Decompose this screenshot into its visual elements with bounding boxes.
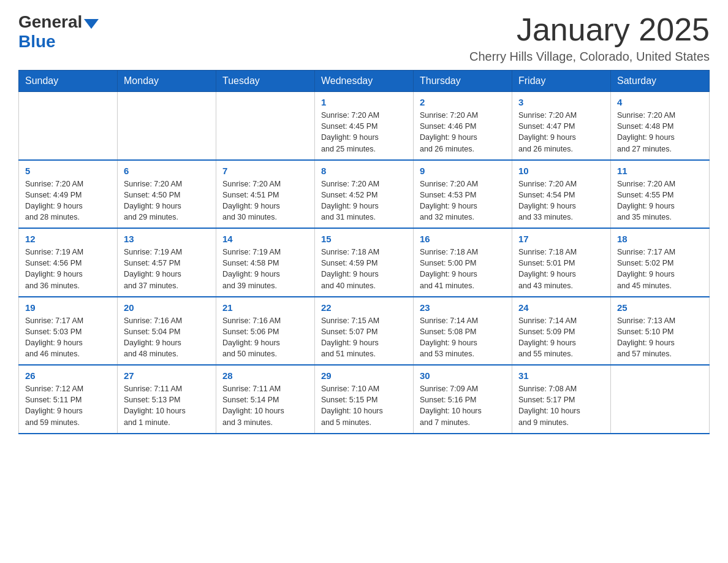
calendar-cell: 9Sunrise: 7:20 AM Sunset: 4:53 PM Daylig… bbox=[414, 160, 512, 229]
calendar-table: SundayMondayTuesdayWednesdayThursdayFrid… bbox=[18, 70, 710, 434]
day-number: 25 bbox=[617, 302, 703, 313]
weekday-header-sunday: Sunday bbox=[19, 71, 118, 92]
day-number: 16 bbox=[420, 234, 506, 244]
calendar-cell: 22Sunrise: 7:15 AM Sunset: 5:07 PM Dayli… bbox=[315, 297, 414, 366]
calendar-cell: 12Sunrise: 7:19 AM Sunset: 4:56 PM Dayli… bbox=[19, 228, 118, 297]
day-info: Sunrise: 7:20 AM Sunset: 4:45 PM Dayligh… bbox=[321, 110, 407, 155]
day-info: Sunrise: 7:13 AM Sunset: 5:10 PM Dayligh… bbox=[617, 315, 703, 360]
day-info: Sunrise: 7:20 AM Sunset: 4:46 PM Dayligh… bbox=[420, 110, 506, 155]
day-info: Sunrise: 7:14 AM Sunset: 5:08 PM Dayligh… bbox=[420, 315, 506, 360]
calendar-cell: 16Sunrise: 7:18 AM Sunset: 5:00 PM Dayli… bbox=[414, 228, 512, 297]
weekday-header-thursday: Thursday bbox=[414, 71, 512, 92]
weekday-header-friday: Friday bbox=[512, 71, 611, 92]
day-info: Sunrise: 7:11 AM Sunset: 5:14 PM Dayligh… bbox=[222, 383, 308, 428]
calendar-cell: 26Sunrise: 7:12 AM Sunset: 5:11 PM Dayli… bbox=[19, 365, 118, 434]
day-number: 1 bbox=[321, 97, 407, 107]
logo-arrow-icon bbox=[84, 19, 99, 29]
day-number: 7 bbox=[222, 166, 308, 176]
calendar-cell: 4Sunrise: 7:20 AM Sunset: 4:48 PM Daylig… bbox=[611, 92, 710, 160]
weekday-header-saturday: Saturday bbox=[611, 71, 710, 92]
day-info: Sunrise: 7:08 AM Sunset: 5:17 PM Dayligh… bbox=[518, 383, 604, 428]
day-number: 19 bbox=[25, 302, 111, 313]
day-number: 29 bbox=[321, 370, 407, 381]
day-number: 30 bbox=[420, 370, 506, 381]
day-number: 18 bbox=[617, 234, 703, 244]
calendar-cell: 3Sunrise: 7:20 AM Sunset: 4:47 PM Daylig… bbox=[512, 92, 611, 160]
day-info: Sunrise: 7:14 AM Sunset: 5:09 PM Dayligh… bbox=[518, 315, 604, 360]
day-number: 3 bbox=[518, 97, 604, 107]
day-number: 2 bbox=[420, 97, 506, 107]
calendar-cell: 19Sunrise: 7:17 AM Sunset: 5:03 PM Dayli… bbox=[19, 297, 118, 366]
weekday-header-tuesday: Tuesday bbox=[216, 71, 315, 92]
weekday-header-row: SundayMondayTuesdayWednesdayThursdayFrid… bbox=[19, 71, 710, 92]
calendar-cell: 21Sunrise: 7:16 AM Sunset: 5:06 PM Dayli… bbox=[216, 297, 315, 366]
calendar-cell: 15Sunrise: 7:18 AM Sunset: 4:59 PM Dayli… bbox=[315, 228, 414, 297]
calendar-cell: 5Sunrise: 7:20 AM Sunset: 4:49 PM Daylig… bbox=[19, 160, 118, 229]
day-number: 23 bbox=[420, 302, 506, 313]
logo-blue-text: Blue bbox=[18, 32, 56, 52]
logo-general-text: General bbox=[18, 12, 82, 32]
day-info: Sunrise: 7:19 AM Sunset: 4:57 PM Dayligh… bbox=[124, 247, 210, 291]
calendar-cell: 11Sunrise: 7:20 AM Sunset: 4:55 PM Dayli… bbox=[611, 160, 710, 229]
day-info: Sunrise: 7:20 AM Sunset: 4:49 PM Dayligh… bbox=[25, 178, 111, 223]
title-area: January 2025 Cherry Hills Village, Color… bbox=[469, 12, 710, 64]
calendar-cell: 8Sunrise: 7:20 AM Sunset: 4:52 PM Daylig… bbox=[315, 160, 414, 229]
day-number: 22 bbox=[321, 302, 407, 313]
day-number: 27 bbox=[124, 370, 210, 381]
day-info: Sunrise: 7:17 AM Sunset: 5:02 PM Dayligh… bbox=[617, 247, 703, 291]
calendar-cell: 28Sunrise: 7:11 AM Sunset: 5:14 PM Dayli… bbox=[216, 365, 315, 434]
day-info: Sunrise: 7:15 AM Sunset: 5:07 PM Dayligh… bbox=[321, 315, 407, 360]
calendar-cell: 14Sunrise: 7:19 AM Sunset: 4:58 PM Dayli… bbox=[216, 228, 315, 297]
day-info: Sunrise: 7:16 AM Sunset: 5:04 PM Dayligh… bbox=[124, 315, 210, 360]
day-number: 8 bbox=[321, 166, 407, 176]
calendar-cell: 17Sunrise: 7:18 AM Sunset: 5:01 PM Dayli… bbox=[512, 228, 611, 297]
day-number: 10 bbox=[518, 166, 604, 176]
day-info: Sunrise: 7:12 AM Sunset: 5:11 PM Dayligh… bbox=[25, 383, 111, 428]
calendar-cell: 2Sunrise: 7:20 AM Sunset: 4:46 PM Daylig… bbox=[414, 92, 512, 160]
day-number: 12 bbox=[25, 234, 111, 244]
day-number: 24 bbox=[518, 302, 604, 313]
day-number: 21 bbox=[222, 302, 308, 313]
calendar-cell bbox=[118, 92, 216, 160]
day-number: 15 bbox=[321, 234, 407, 244]
day-info: Sunrise: 7:20 AM Sunset: 4:50 PM Dayligh… bbox=[124, 178, 210, 223]
logo: General Blue bbox=[18, 12, 99, 52]
calendar-cell: 20Sunrise: 7:16 AM Sunset: 5:04 PM Dayli… bbox=[118, 297, 216, 366]
day-info: Sunrise: 7:19 AM Sunset: 4:56 PM Dayligh… bbox=[25, 247, 111, 291]
day-number: 17 bbox=[518, 234, 604, 244]
calendar-cell: 24Sunrise: 7:14 AM Sunset: 5:09 PM Dayli… bbox=[512, 297, 611, 366]
calendar-cell bbox=[19, 92, 118, 160]
calendar-cell: 27Sunrise: 7:11 AM Sunset: 5:13 PM Dayli… bbox=[118, 365, 216, 434]
calendar-cell: 23Sunrise: 7:14 AM Sunset: 5:08 PM Dayli… bbox=[414, 297, 512, 366]
day-number: 9 bbox=[420, 166, 506, 176]
day-info: Sunrise: 7:20 AM Sunset: 4:51 PM Dayligh… bbox=[222, 178, 308, 223]
day-number: 26 bbox=[25, 370, 111, 381]
calendar-week-row: 12Sunrise: 7:19 AM Sunset: 4:56 PM Dayli… bbox=[19, 228, 710, 297]
calendar-week-row: 19Sunrise: 7:17 AM Sunset: 5:03 PM Dayli… bbox=[19, 297, 710, 366]
day-info: Sunrise: 7:20 AM Sunset: 4:55 PM Dayligh… bbox=[617, 178, 703, 223]
day-info: Sunrise: 7:18 AM Sunset: 4:59 PM Dayligh… bbox=[321, 247, 407, 291]
day-number: 31 bbox=[518, 370, 604, 381]
day-number: 4 bbox=[617, 97, 703, 107]
calendar-cell: 10Sunrise: 7:20 AM Sunset: 4:54 PM Dayli… bbox=[512, 160, 611, 229]
day-info: Sunrise: 7:18 AM Sunset: 5:00 PM Dayligh… bbox=[420, 247, 506, 291]
day-info: Sunrise: 7:19 AM Sunset: 4:58 PM Dayligh… bbox=[222, 247, 308, 291]
day-info: Sunrise: 7:20 AM Sunset: 4:47 PM Dayligh… bbox=[518, 110, 604, 155]
day-number: 5 bbox=[25, 166, 111, 176]
day-info: Sunrise: 7:18 AM Sunset: 5:01 PM Dayligh… bbox=[518, 247, 604, 291]
location-title: Cherry Hills Village, Colorado, United S… bbox=[469, 50, 710, 64]
header: General Blue January 2025 Cherry Hills V… bbox=[18, 12, 710, 64]
calendar-cell: 6Sunrise: 7:20 AM Sunset: 4:50 PM Daylig… bbox=[118, 160, 216, 229]
day-number: 14 bbox=[222, 234, 308, 244]
day-info: Sunrise: 7:20 AM Sunset: 4:54 PM Dayligh… bbox=[518, 178, 604, 223]
day-info: Sunrise: 7:10 AM Sunset: 5:15 PM Dayligh… bbox=[321, 383, 407, 428]
calendar-cell: 7Sunrise: 7:20 AM Sunset: 4:51 PM Daylig… bbox=[216, 160, 315, 229]
calendar-cell bbox=[611, 365, 710, 434]
calendar-cell: 30Sunrise: 7:09 AM Sunset: 5:16 PM Dayli… bbox=[414, 365, 512, 434]
calendar-week-row: 26Sunrise: 7:12 AM Sunset: 5:11 PM Dayli… bbox=[19, 365, 710, 434]
calendar-cell: 18Sunrise: 7:17 AM Sunset: 5:02 PM Dayli… bbox=[611, 228, 710, 297]
calendar-cell: 29Sunrise: 7:10 AM Sunset: 5:15 PM Dayli… bbox=[315, 365, 414, 434]
weekday-header-monday: Monday bbox=[118, 71, 216, 92]
day-number: 11 bbox=[617, 166, 703, 176]
month-title: January 2025 bbox=[469, 12, 710, 47]
